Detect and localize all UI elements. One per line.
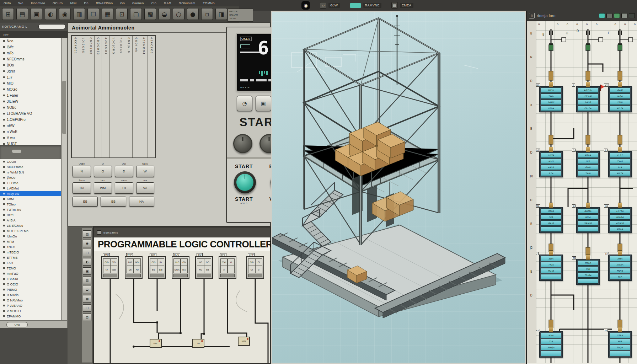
signal-column[interactable]: OBDO2B8 bbox=[87, 36, 95, 157]
keypad-key[interactable]: NA bbox=[129, 197, 154, 207]
tree-item[interactable]: NOBc bbox=[0, 105, 61, 111]
signal-column[interactable]: 6B2MDO4 bbox=[140, 36, 148, 157]
tree-item[interactable]: mmFaO bbox=[0, 271, 61, 276]
hmi-function-key[interactable]: ▣ bbox=[256, 96, 271, 111]
scrollbar-pill[interactable]: Oha bbox=[6, 322, 28, 327]
instruction-block[interactable]: B2 MhA TIB AMQA bbox=[539, 331, 563, 358]
tree-item[interactable]: NUGT bbox=[0, 141, 61, 145]
tree-item[interactable]: BO*L bbox=[0, 212, 61, 218]
instruction-block[interactable]: MB MVIh TWb 14M6 HPDA bbox=[539, 86, 563, 112]
instruction-block[interactable]: 5 MThA OIB GMB TAIB bbox=[576, 151, 600, 177]
tree-item[interactable]: P LVEAAO bbox=[0, 303, 61, 308]
tree-item[interactable]: TUTm 4ro bbox=[0, 207, 61, 212]
search-input[interactable] bbox=[38, 24, 65, 29]
tree-item[interactable]: mray oto bbox=[0, 191, 61, 196]
menu-item[interactable]: C'o bbox=[151, 1, 156, 5]
scrollbar-thumb[interactable] bbox=[62, 81, 66, 134]
tool-icon[interactable]: ○ bbox=[173, 8, 184, 20]
ladder-tool-icon[interactable]: ⊡ bbox=[83, 314, 91, 321]
tree-item[interactable]: 1.OEPGPro bbox=[0, 117, 61, 123]
ladder-tool-icon[interactable]: ▥ bbox=[83, 277, 91, 284]
tree-item[interactable]: LTOBRAME VO bbox=[0, 111, 61, 117]
signal-column[interactable]: GKO6Oδ1 bbox=[72, 36, 79, 157]
ladder-tool-icon[interactable]: ▣ bbox=[83, 267, 91, 275]
function-block[interactable]: BFB ITMIO e bbox=[219, 256, 236, 279]
function-block[interactable]: BIO NODO NOBB bbox=[195, 256, 213, 279]
ladder-tool-icon[interactable]: ◐ bbox=[83, 258, 91, 266]
panel-splitter[interactable] bbox=[0, 145, 61, 159]
tool-icon[interactable]: ▤ bbox=[16, 8, 28, 20]
header-button[interactable] bbox=[629, 13, 635, 18]
tree-item[interactable]: mTBEIO bbox=[0, 250, 61, 255]
signal-column[interactable]: GB0|bU8 bbox=[125, 36, 133, 157]
signal-column[interactable]: ODOOO83 bbox=[95, 36, 102, 157]
tool-icon[interactable]: ▥ bbox=[73, 8, 85, 20]
menu-item[interactable]: Idsil bbox=[70, 1, 76, 5]
tree-item[interactable]: LAO bbox=[0, 260, 61, 266]
tree-item[interactable]: Neo bbox=[0, 38, 61, 44]
tree-item[interactable]: O OEIO bbox=[0, 282, 61, 287]
tree-item[interactable]: i|We bbox=[0, 44, 61, 50]
menu-item[interactable]: GCuro bbox=[53, 1, 63, 5]
tool-icon[interactable]: ☐ bbox=[87, 8, 99, 20]
tree-item[interactable]: rv WnM B.N bbox=[0, 170, 61, 175]
tree-item[interactable]: n WoE bbox=[0, 129, 61, 135]
app-icon[interactable]: ◉ bbox=[301, 1, 310, 10]
tree-item[interactable]: TEMO bbox=[0, 266, 61, 271]
splitter-handle[interactable] bbox=[12, 150, 21, 153]
tree-item[interactable]: MFM bbox=[0, 239, 61, 244]
tool-icon[interactable]: ● bbox=[187, 8, 199, 20]
keypad-key[interactable]: Q bbox=[94, 166, 112, 177]
tool-icon[interactable]: ▩ bbox=[144, 8, 156, 20]
viewport-tab-2[interactable]: RAMVNE bbox=[350, 3, 382, 8]
menu-item[interactable]: GAD bbox=[164, 1, 171, 5]
keypad-key[interactable]: VA bbox=[136, 182, 155, 194]
tree-item[interactable]: PIEMO bbox=[0, 287, 61, 292]
instruction-block[interactable]: 1A AMA IhThA MOIB ThA bbox=[608, 255, 632, 281]
function-block[interactable]: GMP GIBOI Ole bbox=[246, 256, 264, 279]
viewport-tab-3[interactable]: ▤ EMEA bbox=[391, 2, 413, 9]
instruction-block[interactable]: MA IM7A IWA GAIB bbox=[539, 207, 563, 233]
header-button[interactable] bbox=[614, 13, 620, 18]
tree-item[interactable]: ETTMB bbox=[0, 255, 61, 260]
tree-item[interactable]: fUmOo bbox=[0, 234, 61, 239]
tree-item[interactable]: nEW bbox=[0, 123, 61, 129]
vertical-scrollbar[interactable] bbox=[61, 38, 67, 320]
header-button[interactable] bbox=[599, 13, 605, 18]
menu-item[interactable]: Gvto bbox=[4, 1, 11, 5]
ladder-tool-icon[interactable]: ☐ bbox=[83, 304, 91, 312]
tree-item[interactable]: 3grer bbox=[0, 68, 61, 74]
tree-item[interactable]: 1 Farer bbox=[0, 92, 61, 98]
tree-item[interactable]: NFEOmms bbox=[0, 56, 61, 62]
tool-icon[interactable]: ▣ bbox=[31, 8, 42, 20]
tool-icon[interactable]: ◐ bbox=[45, 8, 57, 20]
tool-icon[interactable]: ▫ bbox=[201, 8, 213, 20]
keypad-key[interactable]: WM bbox=[94, 182, 112, 194]
tree-item[interactable]: MOGo bbox=[0, 86, 61, 92]
ladder-grid-canvas[interactable]: BNDoBD10OBJ2ED 0.00000.000 bbox=[527, 21, 637, 363]
tree-item[interactable]: A IB A bbox=[0, 218, 61, 223]
keypad-key[interactable]: T/A bbox=[73, 182, 91, 194]
menu-item[interactable]: Go bbox=[120, 1, 125, 5]
keypad-key[interactable]: D bbox=[115, 166, 133, 177]
ladder-tool-icon[interactable]: ▦ bbox=[83, 295, 91, 303]
output-terminal[interactable]: NLM bbox=[238, 337, 250, 346]
menu-item[interactable]: BWAPPmo bbox=[96, 1, 113, 5]
output-terminal[interactable]: 7D bbox=[192, 339, 204, 348]
tree-item[interactable]: V MOO O bbox=[0, 308, 61, 314]
menu-item[interactable]: GAmeo bbox=[132, 1, 144, 5]
tree-item[interactable]: GUOo bbox=[0, 159, 61, 164]
output-terminal[interactable]: BML bbox=[150, 339, 162, 348]
menu-item[interactable]: TOMNo bbox=[203, 1, 215, 5]
signal-column[interactable]: 3ODEGO1 bbox=[102, 36, 109, 157]
function-block[interactable]: 9MP BIONOI DEFO bbox=[125, 256, 143, 279]
keypad-key[interactable]: EB bbox=[73, 197, 98, 207]
signal-column[interactable]: 1OO|ODQ bbox=[110, 36, 117, 157]
keypad-key[interactable]: BB bbox=[101, 197, 126, 207]
tree-item[interactable]: BOo bbox=[0, 62, 61, 68]
tool-icon[interactable]: ⊡ bbox=[116, 8, 128, 20]
tree-item[interactable]: 3ILreW bbox=[0, 98, 61, 105]
tool-icon[interactable]: ◉ bbox=[59, 8, 71, 20]
header-button[interactable] bbox=[621, 13, 627, 18]
tree-filter-row[interactable]: | Bw bbox=[0, 31, 68, 38]
